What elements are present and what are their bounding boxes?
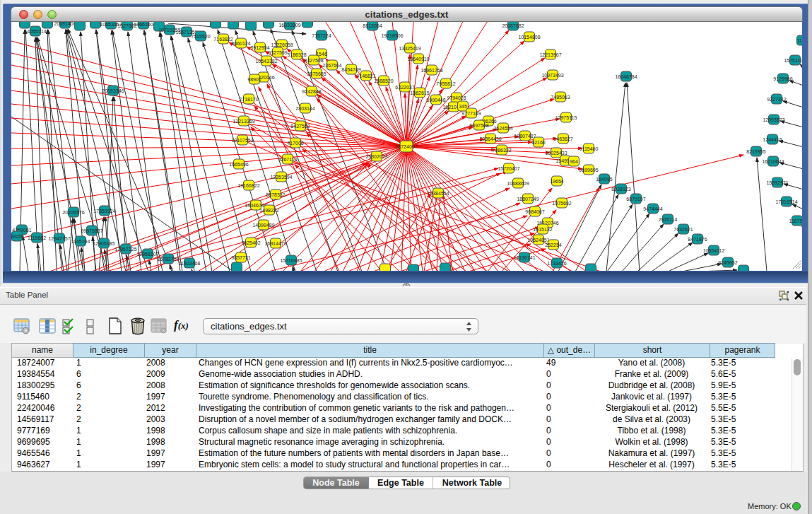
svg-text:1615132: 1615132	[533, 227, 552, 232]
svg-text:10958107: 10958107	[136, 252, 158, 257]
svg-text:2803144: 2803144	[295, 106, 314, 111]
svg-text:18807249: 18807249	[517, 197, 539, 201]
svg-text:8990448: 8990448	[426, 98, 445, 103]
svg-text:1588520: 1588520	[374, 78, 393, 83]
svg-text:1665496: 1665496	[229, 162, 248, 167]
svg-text:2367604: 2367604	[322, 63, 341, 68]
svg-text:17359924: 17359924	[93, 209, 115, 214]
svg-text:20206576: 20206576	[62, 210, 84, 215]
svg-text:8912954: 8912954	[250, 45, 269, 50]
svg-text:9327508: 9327508	[304, 58, 323, 63]
svg-text:3624554: 3624554	[493, 126, 512, 131]
svg-text:16782759: 16782759	[157, 257, 179, 262]
svg-text:7955812: 7955812	[436, 81, 455, 86]
svg-text:19524851: 19524851	[527, 238, 549, 243]
svg-text:12093873: 12093873	[763, 117, 784, 122]
svg-text:10973493: 10973493	[541, 73, 563, 78]
svg-text:7485063: 7485063	[551, 95, 570, 100]
svg-text:1115682: 1115682	[28, 235, 46, 240]
svg-text:6322037: 6322037	[395, 85, 414, 90]
svg-text:9084067: 9084067	[525, 209, 544, 214]
svg-text:3875685: 3875685	[307, 71, 326, 76]
svg-text:12213369: 12213369	[233, 119, 254, 124]
svg-text:19166822: 19166822	[237, 183, 259, 188]
svg-text:13325419: 13325419	[399, 46, 420, 51]
svg-text:25302023: 25302023	[365, 154, 387, 159]
svg-text:6966160: 6966160	[134, 22, 153, 27]
svg-text:98901: 98901	[247, 77, 261, 82]
svg-text:9115460: 9115460	[579, 146, 599, 151]
svg-text:1498222: 1498222	[259, 208, 278, 213]
svg-text:1145194: 1145194	[71, 239, 90, 244]
svg-text:12353594: 12353594	[270, 175, 292, 180]
svg-text:964: 964	[570, 159, 578, 164]
svg-text:14099489: 14099489	[252, 223, 274, 228]
svg-text:9129966: 9129966	[773, 76, 792, 81]
svg-text:9794028: 9794028	[447, 95, 466, 100]
svg-text:20053346: 20053346	[102, 88, 124, 93]
svg-text:7632621: 7632621	[673, 227, 693, 232]
svg-text:20087682: 20087682	[502, 23, 524, 28]
svg-text:9857771: 9857771	[231, 255, 250, 260]
svg-text:1362615: 1362615	[410, 90, 429, 95]
svg-text:9327509: 9327509	[268, 50, 287, 55]
svg-text:9463627: 9463627	[553, 136, 572, 141]
svg-text:8427552: 8427552	[290, 124, 310, 129]
svg-text:2935114: 2935114	[659, 217, 678, 222]
svg-text:10654112: 10654112	[703, 248, 725, 253]
svg-text:7357224: 7357224	[312, 33, 331, 38]
svg-text:18640910: 18640910	[407, 57, 429, 62]
svg-text:99975887: 99975887	[81, 228, 102, 233]
svg-text:8938923: 8938923	[611, 187, 630, 192]
svg-text:9245652: 9245652	[718, 260, 737, 265]
svg-text:417006: 417006	[287, 141, 303, 146]
svg-text:15720407: 15720407	[498, 166, 519, 171]
svg-text:19384554: 19384554	[427, 191, 449, 196]
svg-text:1733426: 1733426	[547, 261, 566, 266]
svg-text:8660124: 8660124	[231, 41, 250, 46]
svg-text:16210643: 16210643	[762, 159, 784, 164]
svg-text:19218506: 19218506	[381, 33, 403, 38]
svg-text:18724007: 18724007	[395, 144, 417, 149]
svg-text:116753: 116753	[789, 218, 802, 223]
svg-text:15751074: 15751074	[784, 58, 802, 63]
svg-text:10543382: 10543382	[255, 59, 277, 64]
svg-text:12975115: 12975115	[555, 115, 577, 120]
svg-text:1117: 1117	[797, 38, 802, 43]
svg-text:3267110: 3267110	[278, 157, 298, 162]
svg-text:9242848: 9242848	[302, 89, 321, 94]
svg-text:17957225: 17957225	[114, 247, 136, 252]
svg-text:9474444: 9474444	[643, 206, 662, 211]
svg-text:12942757: 12942757	[48, 236, 70, 241]
svg-text:14136141: 14136141	[513, 255, 535, 260]
svg-text:16914479: 16914479	[264, 241, 286, 246]
svg-text:345: 345	[459, 104, 467, 109]
svg-text:1244415: 1244415	[763, 137, 782, 142]
svg-text:16961758: 16961758	[420, 68, 442, 73]
svg-text:13226058: 13226058	[271, 42, 293, 47]
svg-text:8878332: 8878332	[266, 192, 285, 197]
svg-text:39159: 39159	[11, 234, 24, 239]
svg-text:14055714: 14055714	[24, 29, 46, 34]
svg-text:8454749: 8454749	[341, 67, 360, 72]
svg-text:10807487: 10807487	[514, 134, 536, 139]
svg-text:10154808: 10154808	[518, 35, 540, 40]
svg-text:9699695: 9699695	[579, 168, 598, 173]
svg-text:11923468: 11923468	[179, 261, 201, 266]
svg-text:6879197: 6879197	[626, 197, 645, 201]
svg-text:164095: 164095	[596, 177, 612, 182]
svg-text:12905185: 12905185	[93, 241, 114, 246]
svg-text:16648784: 16648784	[615, 74, 637, 79]
svg-text:8471876: 8471876	[688, 237, 707, 242]
svg-text:62160: 62160	[531, 140, 546, 145]
svg-text:10688609: 10688609	[507, 181, 529, 186]
svg-text:7625402: 7625402	[241, 240, 260, 245]
svg-text:7163822: 7163822	[213, 37, 233, 42]
svg-text:16033809: 16033809	[278, 23, 300, 28]
svg-text:3186328: 3186328	[287, 52, 306, 57]
svg-text:20691406: 20691406	[54, 22, 76, 26]
svg-text:252254: 252254	[545, 243, 561, 247]
svg-text:8813054: 8813054	[363, 23, 382, 28]
svg-text:6497568: 6497568	[469, 123, 488, 128]
svg-text:17016514: 17016514	[775, 199, 797, 204]
